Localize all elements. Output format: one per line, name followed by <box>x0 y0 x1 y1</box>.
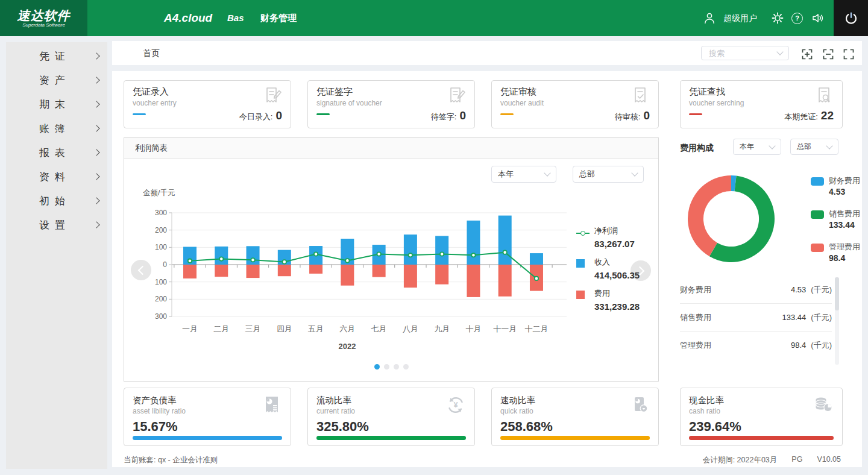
db-label: PG <box>791 455 802 465</box>
chevron-right-icon <box>93 101 99 107</box>
power-icon <box>844 11 858 25</box>
scrollbar-thumb[interactable] <box>835 277 839 310</box>
fullscreen-bracket-icon[interactable] <box>843 49 854 60</box>
card-voucher-sign[interactable]: 凭证签字 signature of voucher 待签字:0 <box>307 80 475 128</box>
speaker-icon[interactable] <box>811 11 825 25</box>
card-voucher-entry[interactable]: 凭证录入 voucher entry 今日录入:0 <box>124 80 291 128</box>
chevron-right-icon <box>93 149 99 156</box>
breadcrumb-home-tab[interactable]: 首页 <box>143 41 160 65</box>
card-quick-ratio: 速动比率 quick ratio 258.68% <box>491 388 659 446</box>
accounting-period-label: 会计期间: 2022年03月 <box>703 455 778 465</box>
sidebar-item-settings[interactable]: 设 置 <box>6 213 107 237</box>
svg-text:¥: ¥ <box>454 401 458 409</box>
search-box[interactable] <box>701 46 789 60</box>
accent-dash <box>133 113 146 115</box>
square-marker-icon <box>576 259 585 268</box>
receipt-check-icon <box>629 85 651 107</box>
profit-panel-title: 利润简表 <box>124 138 658 159</box>
pagination-dot[interactable] <box>374 364 380 370</box>
toolbar: 首页 <box>112 41 862 65</box>
chart-prev-arrow[interactable] <box>131 260 151 280</box>
chevron-right-icon <box>93 221 99 228</box>
chevron-right-icon <box>93 197 99 204</box>
brand-logo[interactable]: 速达软件 Superdata Software <box>0 0 87 36</box>
chevron-right-icon <box>93 52 99 59</box>
ratio-value: 15.67% <box>133 419 178 435</box>
version-label: V10.05 <box>817 455 841 465</box>
sidebar-item-ledgers[interactable]: 账 簿 <box>6 116 107 140</box>
chevron-right-icon <box>93 77 99 83</box>
user-icon[interactable] <box>703 11 716 25</box>
ratio-value: 258.68% <box>500 419 553 435</box>
cycle-yuan-icon: ¥ <box>444 394 467 417</box>
chevron-left-icon <box>137 265 147 275</box>
pagination-dot[interactable] <box>384 364 389 370</box>
nav-finance-module[interactable]: 财务管理 <box>260 0 297 36</box>
legend-item-sales-expense[interactable]: 销售费用133.44 <box>811 209 860 230</box>
expense-org-select[interactable]: 总部 <box>790 139 838 155</box>
sidebar: 凭 证 资 产 期 末 账 簿 报 表 资 料 初 始 设 置 <box>6 42 107 469</box>
accent-dash <box>316 113 330 115</box>
chevron-down-icon[interactable] <box>776 48 783 55</box>
ratio-value: 239.64% <box>689 419 741 435</box>
sidebar-item-reports[interactable]: 报 表 <box>6 140 107 165</box>
gear-icon[interactable] <box>771 11 784 25</box>
pagination-dot[interactable] <box>403 364 409 370</box>
footer-meta: 会计期间: 2022年03月 PG V10.05 <box>703 455 841 465</box>
swatch-icon <box>811 244 824 252</box>
sidebar-item-period-end[interactable]: 期 末 <box>6 92 107 116</box>
receipt-pie-icon <box>260 394 283 417</box>
ratio-bar <box>316 436 466 440</box>
card-voucher-audit[interactable]: 凭证审核 voucher audit 待审核:0 <box>491 80 659 128</box>
sidebar-item-assets[interactable]: 资 产 <box>6 68 107 92</box>
sidebar-item-initial[interactable]: 初 始 <box>6 189 107 213</box>
swatch-icon <box>811 210 824 219</box>
ratio-value: 325.80% <box>316 419 369 435</box>
table-row: 销售费用 133.44(千元) <box>680 304 832 332</box>
legend-item-finance-expense[interactable]: 财务费用4.53 <box>811 176 860 197</box>
top-header: 速达软件 Superdata Software A4.cloud Bas 财务管… <box>0 0 868 36</box>
card-coin-icon <box>628 394 651 417</box>
table-row: 财务费用 4.53(千元) <box>680 276 832 304</box>
expense-donut-chart <box>688 175 775 262</box>
zoom-in-bracket-icon[interactable] <box>802 49 813 60</box>
coins-pie-icon <box>812 394 835 417</box>
profit-year-select[interactable]: 本年 <box>491 166 556 183</box>
chart-pagination-dots <box>374 364 409 370</box>
card-asset-liability-ratio: 资产负债率 asset libility ratio 15.67% <box>124 388 291 446</box>
logout-power-button[interactable] <box>834 0 868 36</box>
legend-item-income[interactable]: 收入414,506.35 <box>576 257 640 280</box>
current-user-label[interactable]: 超级用户 <box>723 0 757 36</box>
chevron-down-icon <box>769 142 775 149</box>
card-current-ratio: 流动比率 current ratio 325.80% ¥ <box>307 388 475 446</box>
legend-item-expense[interactable]: 费用331,239.28 <box>576 288 640 312</box>
table-row: 管理费用 98.4(千元) <box>680 332 832 359</box>
nav-a4cloud[interactable]: A4.cloud <box>164 0 212 36</box>
chevron-down-icon <box>826 142 832 149</box>
help-icon[interactable]: ? <box>791 13 803 24</box>
chevron-right-icon <box>93 125 99 131</box>
nav-bas[interactable]: Bas <box>227 0 244 36</box>
sidebar-item-voucher[interactable]: 凭 证 <box>6 44 107 68</box>
chevron-right-icon <box>93 173 99 180</box>
expense-chart-legend: 财务费用4.53 销售费用133.44 管理费用98.4 <box>811 176 860 275</box>
receipt-pen-icon <box>445 85 467 107</box>
expense-year-select[interactable]: 本年 <box>733 139 781 155</box>
sidebar-item-data[interactable]: 资 料 <box>6 165 107 189</box>
legend-item-net-profit[interactable]: 净利润83,267.07 <box>576 225 640 249</box>
expense-panel-title: 费用构成 <box>680 143 714 154</box>
x-axis-year-label: 2022 <box>329 342 365 351</box>
ratio-bar <box>689 436 834 440</box>
expense-table-scrollbar[interactable] <box>835 277 839 365</box>
legend-item-admin-expense[interactable]: 管理费用98.4 <box>811 242 860 263</box>
search-input[interactable] <box>708 48 770 58</box>
card-voucher-search[interactable]: 凭证查找 voucher serching 本期凭证:22 <box>680 80 843 128</box>
brand-subtitle: Superdata Software <box>22 22 65 28</box>
brand-title: 速达软件 <box>17 9 71 22</box>
pagination-dot[interactable] <box>394 364 399 370</box>
profit-org-select[interactable]: 总部 <box>573 166 644 183</box>
square-marker-icon <box>576 291 585 299</box>
y-axis-unit-label: 金额/千元 <box>143 188 175 198</box>
zoom-out-bracket-icon[interactable] <box>823 49 834 60</box>
accent-dash <box>689 113 702 115</box>
